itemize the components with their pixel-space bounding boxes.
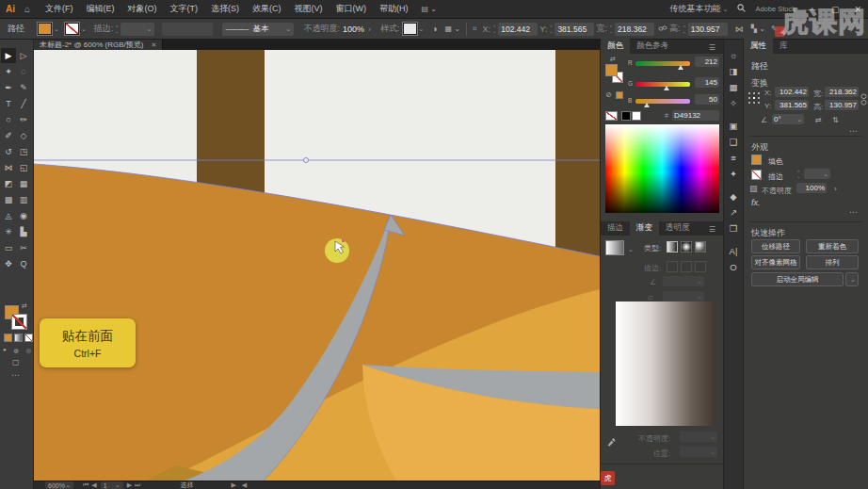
stop-opacity-field[interactable]: ⌄ <box>680 432 717 442</box>
reference-point-grid[interactable] <box>748 92 750 94</box>
mesh-tool[interactable]: ▩ <box>1 192 16 207</box>
swatches-panel-icon[interactable]: ▦ <box>725 79 742 95</box>
transform-panel-icon[interactable]: ▣ <box>725 118 742 134</box>
gradient-slider[interactable] <box>616 302 716 426</box>
color-tab[interactable]: 颜色 <box>601 39 630 54</box>
prop-link-icon[interactable] <box>860 92 867 109</box>
stroke-tab[interactable]: 描边 <box>601 220 630 236</box>
edit-menu[interactable]: 编辑(E) <box>87 3 115 15</box>
recolor-button[interactable]: 重新着色 <box>806 239 859 253</box>
properties-tab[interactable]: 属性 <box>744 39 773 54</box>
pencil-tool[interactable]: ✐ <box>1 128 16 143</box>
appearance-more-icon[interactable]: ⋯ <box>849 207 859 217</box>
global-color-icon[interactable]: ⊘ <box>605 90 612 99</box>
document-setup-icon[interactable]: ◑ <box>431 24 437 34</box>
none-swatch[interactable] <box>605 111 618 121</box>
artwork[interactable] <box>34 50 600 481</box>
hex-field[interactable]: D49132 <box>672 110 719 121</box>
canvas[interactable]: 贴在前面 Ctrl+F <box>34 50 600 481</box>
swap-fill-stroke-icon[interactable]: ⇄ <box>22 302 27 310</box>
type-menu[interactable]: 文字(T) <box>170 3 199 15</box>
layers-panel-icon[interactable]: ◆ <box>725 188 742 204</box>
hand-tool[interactable]: ✥ <box>1 256 16 271</box>
prop-x-field[interactable]: 102.442 <box>775 87 809 97</box>
screen-mode-icon[interactable]: ▢ <box>12 358 20 367</box>
gradient-tab[interactable]: 渐变 <box>630 220 659 236</box>
appearance-panel-icon[interactable]: ☼ <box>725 47 742 63</box>
black-swatch[interactable] <box>621 111 631 121</box>
align-pixel-grid-button[interactable]: 对齐像素网格 <box>751 255 800 269</box>
adobe-stock-label[interactable]: Adobe Stock <box>755 5 796 13</box>
prop-fill-swatch[interactable] <box>751 155 762 165</box>
width-profile-field[interactable] <box>162 23 213 36</box>
symbols-panel-icon[interactable]: ❑ <box>725 134 742 150</box>
blue-value-field[interactable]: 50 <box>695 94 719 105</box>
help-menu[interactable]: 帮助(H) <box>379 3 409 15</box>
prop-stroke-stepper[interactable]: ⌃⌄ <box>796 171 800 178</box>
style-swatch[interactable] <box>403 23 417 35</box>
free-transform-tool[interactable]: ◱ <box>16 160 31 175</box>
export-panel-icon[interactable]: ↗ <box>725 204 742 220</box>
prop-y-field[interactable]: 381.565 <box>775 100 809 110</box>
rotate-tool[interactable]: ↺ <box>1 144 16 159</box>
zoom-level-field[interactable]: 600%⌄ <box>45 481 73 489</box>
magic-wand-tool[interactable]: ✦ <box>1 64 16 79</box>
symbol-sprayer-tool[interactable]: ✳ <box>1 224 16 239</box>
object-menu[interactable]: 对象(O) <box>128 3 157 15</box>
prop-opacity-field[interactable]: 100% <box>796 183 827 193</box>
align-panel-icon[interactable]: ≡ <box>725 150 742 166</box>
blend-tool[interactable]: ◉ <box>16 208 31 223</box>
height-field[interactable]: 130.957 <box>688 23 728 36</box>
file-menu[interactable]: 文件(F) <box>45 3 73 15</box>
stroke-gradient-along-button[interactable] <box>681 261 692 272</box>
preferences-icon[interactable]: ▦ ⌄ <box>444 24 459 33</box>
offset-path-button[interactable]: 位移路径 <box>751 239 800 253</box>
stroke-gradient-across-button[interactable] <box>695 261 706 272</box>
status-arrows[interactable]: ▶ ◀ <box>231 481 249 489</box>
color-swap-icon[interactable]: ⇄ <box>610 56 616 63</box>
document-tab[interactable]: 未标题-2* @ 600% (RGB/预览) ✕ <box>34 40 163 50</box>
global-edit-dropdown[interactable]: ⌄ <box>845 272 859 286</box>
shaper-tool[interactable]: ◇ <box>16 128 31 143</box>
transform-more-icon[interactable]: ⋯ <box>849 126 859 136</box>
stroke-weight-stepper[interactable]: ⌃⌄ <box>115 25 119 33</box>
lasso-tool[interactable]: ◌ <box>16 64 31 79</box>
column-graph-tool[interactable]: ▙ <box>16 224 31 239</box>
paragraph-panel-icon[interactable]: O <box>725 259 742 275</box>
stroke-weight-field[interactable]: ⌄ <box>121 23 154 36</box>
character-panel-icon[interactable]: A| <box>725 243 742 259</box>
next-artboard-icon[interactable]: ▶ <box>127 481 132 489</box>
gradient-tool[interactable]: ▥ <box>16 192 31 207</box>
red-slider[interactable] <box>635 61 690 66</box>
prop-width-field[interactable]: 218.362 <box>825 87 859 97</box>
width-field[interactable]: 218.362 <box>615 23 654 36</box>
green-value-field[interactable]: 145 <box>695 77 719 88</box>
arrange-documents-icon[interactable]: ▤ ⌄ <box>422 5 437 13</box>
global-edit-button[interactable]: 启动全局编辑 <box>751 272 844 286</box>
stroke-gradient-within-button[interactable] <box>667 261 678 272</box>
x-field[interactable]: 102.442 <box>498 23 538 36</box>
link-dimensions-icon[interactable] <box>658 24 667 35</box>
direct-selection-tool[interactable]: ▷ <box>16 48 31 63</box>
freeform-gradient-button[interactable] <box>695 241 706 253</box>
libraries-tab[interactable]: 库 <box>773 39 795 54</box>
aspect-ratio-field[interactable]: ⌄ <box>663 291 704 302</box>
brushes-panel-icon[interactable]: ✧ <box>725 95 742 111</box>
prev-artboard-icon[interactable]: ◀ <box>91 481 96 489</box>
color-guide-tab[interactable]: 颜色参考 <box>630 39 675 54</box>
drawing-mode-icon[interactable]: ◎ <box>26 347 31 353</box>
last-artboard-icon[interactable]: ⏭ <box>135 481 140 489</box>
artboard-number-field[interactable]: 1⌄ <box>101 481 123 489</box>
scale-tool[interactable]: ◳ <box>16 144 31 159</box>
shape-options-icon[interactable]: ▚ ⌄ <box>751 24 765 33</box>
close-button[interactable]: ✕ <box>851 5 864 14</box>
guide-anchor[interactable] <box>304 158 309 163</box>
brush-definition-field[interactable]: ——— 基本 ⌄ <box>222 23 294 36</box>
selection-tool[interactable]: ▶ <box>1 48 16 63</box>
linear-gradient-button[interactable] <box>667 241 678 253</box>
none-mode-button[interactable] <box>24 334 33 342</box>
color-panel-menu-icon[interactable]: ☰ <box>709 43 715 52</box>
home-icon[interactable]: ⌂ <box>24 4 30 14</box>
color-spectrum[interactable] <box>605 124 719 213</box>
magic-wand-panel-icon[interactable]: ✦ <box>725 166 742 182</box>
